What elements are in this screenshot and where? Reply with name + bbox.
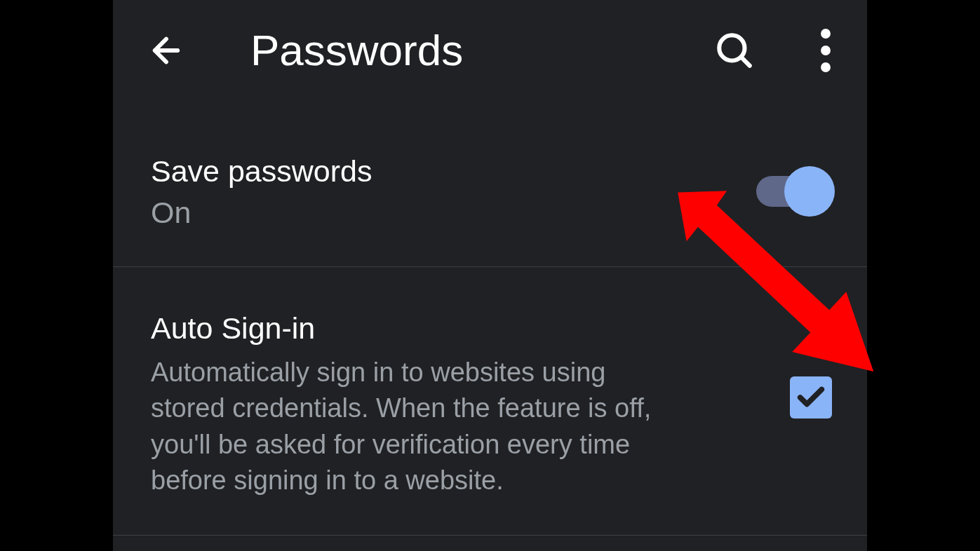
passwords-settings-screen: Passwords Save passwords On — [113, 0, 867, 551]
save-passwords-toggle[interactable] — [756, 176, 832, 207]
auto-signin-row[interactable]: Auto Sign-in Automatically sign in to we… — [113, 267, 867, 536]
header-actions — [714, 28, 832, 73]
more-menu-button[interactable] — [819, 28, 832, 73]
search-button[interactable] — [714, 30, 755, 71]
save-passwords-row[interactable]: Save passwords On — [113, 100, 867, 267]
arrow-left-icon — [147, 31, 186, 70]
svg-point-2 — [821, 29, 831, 39]
save-passwords-status: On — [151, 196, 756, 230]
svg-point-4 — [821, 62, 831, 72]
page-title: Passwords — [250, 25, 714, 75]
header: Passwords — [113, 0, 867, 100]
svg-point-3 — [821, 46, 831, 55]
more-vertical-icon — [819, 28, 832, 73]
checkmark-icon — [795, 381, 827, 414]
auto-signin-description: Automatically sign in to websites using … — [151, 355, 684, 498]
svg-line-1 — [741, 57, 750, 65]
auto-signin-checkbox[interactable] — [790, 376, 832, 419]
save-passwords-label: Save passwords — [151, 154, 756, 190]
auto-signin-text: Auto Sign-in Automatically sign in to we… — [151, 311, 770, 499]
search-icon — [714, 30, 755, 71]
save-passwords-text: Save passwords On — [151, 154, 756, 230]
auto-signin-label: Auto Sign-in — [151, 311, 770, 347]
back-button[interactable] — [147, 31, 186, 70]
toggle-thumb — [784, 166, 835, 217]
